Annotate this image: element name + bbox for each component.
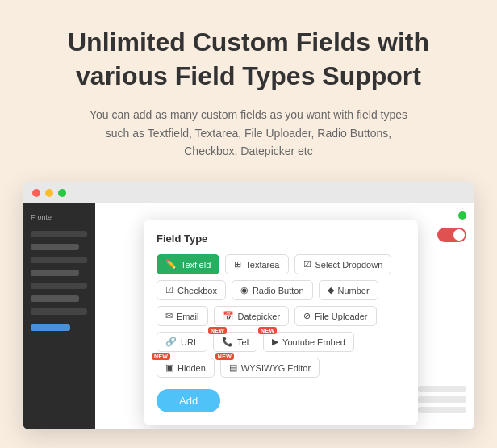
- toggle-knob: [453, 229, 465, 241]
- content-line-1: [418, 386, 466, 392]
- youtube-embed-icon: ▶: [272, 337, 278, 347]
- field-btn-datepicker[interactable]: 📅Datepicker: [214, 306, 290, 326]
- toggle-switch[interactable]: [437, 228, 466, 242]
- textarea-icon: ⊞: [234, 259, 241, 270]
- select-dropdown-icon: ☑: [303, 259, 311, 270]
- sidebar-highlight: [31, 324, 70, 331]
- field-btn-wysiwyg-editor[interactable]: NEW▤WYSIWYG Editor: [220, 358, 320, 378]
- texfield-icon: ✏️: [165, 259, 177, 270]
- status-dot-green: [458, 211, 466, 220]
- datepicker-icon: 📅: [223, 311, 234, 321]
- browser-content: Fronte: [23, 203, 474, 429]
- field-btn-textarea[interactable]: ⊞Textarea: [225, 254, 288, 274]
- field-btn-hidden[interactable]: NEW▣Hidden: [157, 358, 215, 378]
- file-uploader-icon: ⊘: [303, 311, 311, 321]
- page-container: Unlimited Custom Fields with various Fie…: [0, 0, 497, 448]
- checkbox-label: Checkbox: [178, 286, 217, 295]
- field-btn-select-dropdown[interactable]: ☑Select Dropdown: [294, 254, 392, 274]
- number-label: Number: [338, 286, 370, 295]
- select-dropdown-label: Select Dropdown: [315, 260, 383, 270]
- textarea-label: Textarea: [245, 260, 279, 270]
- app-sidebar: Fronte: [23, 203, 95, 429]
- browser-mockup: Fronte: [23, 182, 474, 429]
- page-subheading: You can add as many custom fields as you…: [79, 106, 418, 160]
- browser-dot-red: [32, 189, 40, 197]
- field-btn-file-uploader[interactable]: ⊘File Uploader: [294, 306, 376, 326]
- main-content-area: Field Type ✏️Texfield⊞Textarea☑Select Dr…: [95, 203, 474, 429]
- wysiwyg-editor-icon: ▤: [229, 362, 237, 373]
- wysiwyg-editor-label: WYSIWYG Editor: [241, 363, 311, 373]
- email-icon: ✉: [165, 311, 173, 321]
- field-grid: ✏️Texfield⊞Textarea☑Select Dropdown☑Chec…: [157, 254, 405, 378]
- browser-dot-yellow: [45, 189, 53, 197]
- field-btn-youtube-embed[interactable]: NEW▶Youtube Embed: [263, 332, 354, 352]
- field-btn-radio-button[interactable]: ◉Radio Button: [232, 280, 313, 300]
- radio-button-label: Radio Button: [253, 286, 304, 295]
- field-btn-email[interactable]: ✉Email: [157, 306, 208, 326]
- tel-icon: 📞: [222, 337, 233, 347]
- content-line-2: [418, 396, 466, 403]
- sidebar-line-6: [31, 295, 79, 302]
- modal-title: Field Type: [157, 232, 405, 245]
- sidebar-line-4: [31, 270, 79, 276]
- sidebar-line-7: [31, 308, 87, 315]
- tel-label: Tel: [237, 337, 248, 347]
- url-label: URL: [181, 337, 198, 347]
- add-button[interactable]: Add: [157, 389, 220, 412]
- field-type-modal: Field Type ✏️Texfield⊞Textarea☑Select Dr…: [144, 220, 418, 425]
- url-icon: 🔗: [165, 337, 177, 347]
- content-lines: [418, 386, 466, 413]
- youtube-embed-label: Youtube Embed: [282, 337, 345, 347]
- field-btn-tel[interactable]: NEW📞Tel: [213, 332, 257, 352]
- field-btn-number[interactable]: ◆Number: [319, 280, 378, 300]
- texfield-label: Texfield: [181, 260, 211, 270]
- datepicker-label: Datepicker: [238, 312, 281, 321]
- sidebar-line-5: [31, 283, 87, 289]
- field-btn-checkbox[interactable]: ☑Checkbox: [157, 280, 226, 300]
- field-btn-texfield[interactable]: ✏️Texfield: [157, 254, 219, 274]
- toggle-area: [437, 228, 466, 242]
- hidden-label: Hidden: [178, 363, 206, 373]
- sidebar-line-1: [31, 231, 87, 237]
- browser-bar: [23, 182, 474, 203]
- email-label: Email: [177, 312, 199, 321]
- sidebar-line-3: [31, 257, 87, 263]
- sidebar-line-2: [31, 244, 79, 250]
- checkbox-icon: ☑: [165, 285, 173, 295]
- sidebar-label: Fronte: [31, 213, 87, 221]
- hidden-icon: ▣: [165, 362, 173, 373]
- page-heading: Unlimited Custom Fields with various Fie…: [55, 26, 442, 93]
- file-uploader-label: File Uploader: [315, 312, 367, 321]
- browser-dot-green: [58, 189, 66, 197]
- field-btn-url[interactable]: 🔗URL: [157, 332, 207, 352]
- content-line-3: [418, 407, 466, 413]
- number-icon: ◆: [328, 285, 334, 295]
- radio-button-icon: ◉: [240, 285, 248, 295]
